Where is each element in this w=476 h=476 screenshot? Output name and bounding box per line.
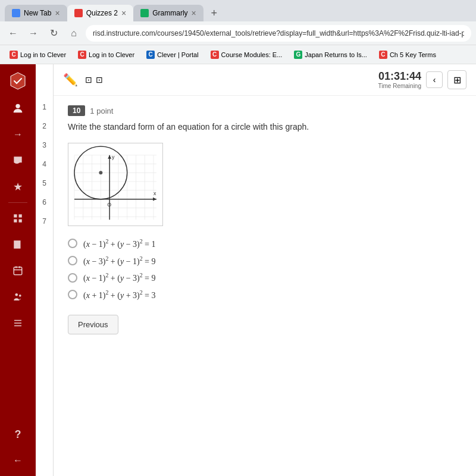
bookmark-icon-course: C (211, 51, 219, 59)
bookmark-label-clever2: Log in to Clever (89, 51, 134, 58)
sidebar-arrow-icon[interactable]: → (7, 124, 29, 145)
page-num-4[interactable]: 4 (37, 157, 52, 171)
main-content: ✏️ ⊡ ⊡ 01:31:44 Time Remaining ‹ ⊞ (54, 64, 476, 476)
svg-marker-34 (153, 198, 156, 201)
svg-rect-2 (19, 214, 22, 217)
answer-text-4: (x + 1)2 + (y + 3)2 = 3 (83, 289, 156, 300)
answer-text-3: (x − 1)2 + (y − 3)2 = 9 (83, 272, 156, 283)
timer-display: 01:31:44 Time Remaining (378, 70, 421, 89)
sidebar-help-icon[interactable]: ? (7, 424, 29, 445)
svg-rect-1 (14, 214, 17, 217)
bookmark-label-ch5: Ch 5 Key Terms (390, 51, 436, 58)
svg-text:O: O (107, 202, 111, 208)
tab-close-newtab[interactable]: × (55, 8, 60, 18)
question-header: 10 1 point (68, 105, 462, 116)
sidebar-chat-icon[interactable] (7, 150, 29, 171)
answer-option-1: (x − 1)2 + (y − 3)2 = 1 (68, 238, 462, 249)
bookmarks-bar: C Log in to Clever C Log in to Clever C … (0, 45, 476, 64)
sidebar-book-icon[interactable] (7, 234, 29, 255)
lms-logo (6, 69, 30, 93)
browser-frame: New Tab × Quizzes 2 × Grammarly × + ← → … (0, 0, 476, 476)
tab-favicon-newtab (12, 9, 20, 17)
bookmark-icon-clever2: C (78, 51, 86, 59)
lms-sidebar: → ★ ? (0, 64, 36, 476)
page-num-1[interactable]: 1 (37, 100, 52, 114)
page-num-2[interactable]: 2 (37, 119, 52, 133)
svg-point-0 (15, 104, 20, 108)
page-num-7[interactable]: 7 (37, 214, 52, 228)
tab-label-newtab: New Tab (24, 9, 51, 17)
page-num-5[interactable]: 5 (37, 176, 52, 190)
new-tab-button[interactable]: + (206, 5, 223, 21)
tab-favicon-quizzes (74, 9, 83, 17)
tab-newtab[interactable]: New Tab × (5, 5, 67, 21)
browser-content: → ★ ? (0, 64, 476, 476)
timer-value: 01:31:44 (378, 70, 421, 83)
svg-rect-3 (14, 220, 17, 223)
forward-button[interactable]: → (25, 25, 42, 42)
timer-toggle-button[interactable]: ‹ (426, 71, 443, 88)
bookmark-course[interactable]: C Course Modules: E... (206, 48, 287, 61)
page-sidebar: 1 2 3 4 5 6 7 (36, 64, 54, 476)
timer-section: 01:31:44 Time Remaining ‹ ⊞ (378, 70, 466, 89)
calculator-button[interactable]: ⊞ (447, 70, 466, 89)
tab-label-quizzes: Quizzes 2 (86, 9, 118, 17)
bookmark-icon-japan: G (294, 51, 302, 59)
bookmark-label-portal: Clever | Portal (157, 51, 199, 58)
home-button[interactable]: ⌂ (65, 25, 82, 42)
question-area: 10 1 point Write the standard form of an… (54, 96, 476, 344)
bookmark-clever2[interactable]: C Log in to Clever (73, 48, 139, 61)
sidebar-people-icon[interactable] (7, 286, 29, 308)
pencil-icon: ✏️ (63, 73, 78, 87)
reload-button[interactable]: ↻ (45, 25, 62, 42)
bookmark-icon-clever1: C (10, 51, 18, 59)
radio-3[interactable] (68, 273, 77, 283)
radio-2[interactable] (68, 256, 77, 265)
tab-close-quizzes[interactable]: × (121, 8, 126, 18)
layout-icon[interactable]: ⊡ (96, 75, 103, 84)
tab-favicon-grammarly (140, 9, 149, 17)
address-bar: ← → ↻ ⌂ (0, 21, 476, 45)
sidebar-star-icon[interactable]: ★ (7, 176, 29, 198)
previous-button[interactable]: Previous (68, 315, 118, 334)
svg-point-9 (15, 293, 18, 296)
sidebar-grid-icon[interactable] (7, 208, 29, 229)
svg-marker-35 (108, 155, 111, 159)
sidebar-calendar-icon[interactable] (7, 260, 29, 281)
sub-nav-icons: ⊡ ⊡ (85, 75, 103, 84)
bookmark-icon-ch5: C (379, 51, 387, 59)
bookmark-japan[interactable]: G Japan Returns to Is... (289, 48, 372, 61)
bookmark-label-clever1: Log in to Clever (20, 51, 66, 58)
question-number: 10 (68, 105, 85, 116)
svg-text:x: x (154, 190, 156, 196)
svg-text:y: y (112, 154, 115, 160)
bookmark-icon-portal: C (146, 51, 155, 59)
quiz-header-left: ✏️ ⊡ ⊡ (63, 73, 103, 87)
answer-option-4: (x + 1)2 + (y + 3)2 = 3 (68, 289, 462, 300)
bookmark-clever1[interactable]: C Log in to Clever (5, 48, 71, 61)
sidebar-arrow-left-icon[interactable]: ← (7, 450, 29, 471)
svg-rect-5 (14, 267, 22, 275)
tab-close-grammarly[interactable]: × (192, 8, 196, 18)
back-button[interactable]: ← (5, 25, 21, 42)
radio-1[interactable] (68, 239, 77, 248)
svg-point-40 (99, 171, 102, 174)
tab-grammarly[interactable]: Grammarly × (133, 5, 203, 21)
tab-quizzes[interactable]: Quizzes 2 × (67, 5, 134, 21)
flag-icon[interactable]: ⊡ (85, 75, 92, 84)
tab-label-grammarly: Grammarly (152, 9, 187, 17)
page-num-3[interactable]: 3 (37, 138, 52, 152)
sidebar-divider (8, 202, 27, 203)
sidebar-account-icon[interactable] (7, 98, 29, 119)
bookmark-label-japan: Japan Returns to Is... (305, 51, 367, 58)
answer-option-3: (x − 1)2 + (y − 3)2 = 9 (68, 272, 462, 283)
sidebar-list-icon[interactable] (7, 312, 29, 334)
page-num-6[interactable]: 6 (37, 195, 52, 209)
bookmark-ch5[interactable]: C Ch 5 Key Terms (374, 48, 441, 61)
radio-4[interactable] (68, 290, 77, 299)
canvas-logo-icon (7, 70, 29, 92)
bookmark-portal[interactable]: C Clever | Portal (142, 48, 203, 61)
svg-rect-4 (19, 220, 22, 223)
tab-bar: New Tab × Quizzes 2 × Grammarly × + (0, 0, 476, 21)
address-input[interactable] (86, 25, 471, 42)
